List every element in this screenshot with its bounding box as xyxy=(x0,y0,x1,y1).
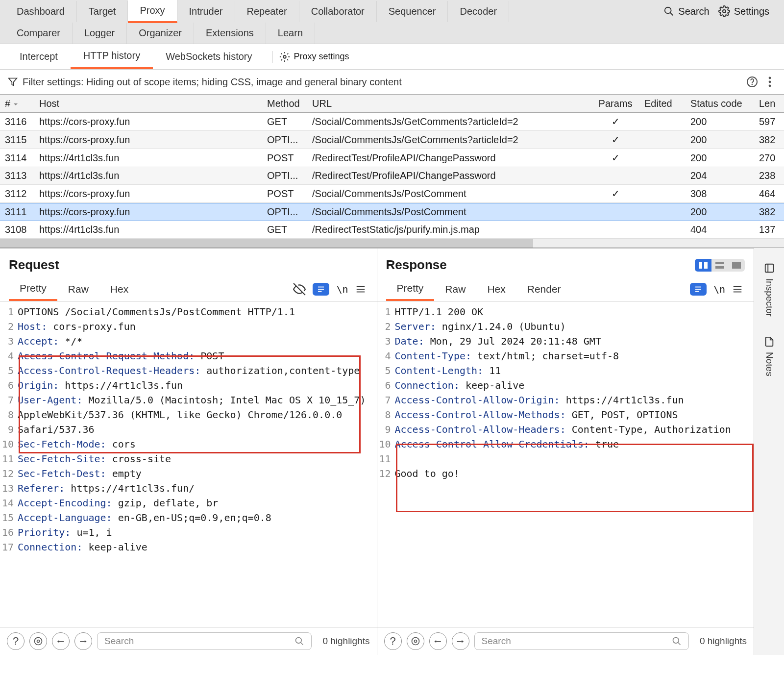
help-button[interactable]: ? xyxy=(384,632,402,650)
main-tab-target[interactable]: Target xyxy=(77,1,128,22)
editor-tab-render[interactable]: Render xyxy=(516,278,572,300)
search-label: Search xyxy=(678,6,709,17)
notes-rail[interactable]: Notes xyxy=(764,336,775,376)
svg-point-17 xyxy=(35,638,42,645)
svg-point-0 xyxy=(665,7,671,14)
gear-icon xyxy=(279,51,290,62)
layout-columns-icon[interactable] xyxy=(695,259,711,272)
main-tab-dashboard[interactable]: Dashboard xyxy=(5,1,77,22)
response-pane: Response PrettyRawHexRender \n 123456789… xyxy=(377,249,754,655)
main-tab-learn[interactable]: Learn xyxy=(266,23,315,44)
editor-tab-hex[interactable]: Hex xyxy=(476,278,516,300)
main-tab-repeater[interactable]: Repeater xyxy=(235,1,299,22)
response-editor[interactable]: 123456789101112 HTTP/1.1 200 OKServer: n… xyxy=(377,301,754,627)
horizontal-scrollbar[interactable] xyxy=(0,239,784,248)
response-footer: ? ← → Search 0 highlights xyxy=(377,627,754,655)
next-button[interactable]: → xyxy=(452,632,469,650)
svg-rect-20 xyxy=(699,262,702,269)
side-rail: Inspector Notes xyxy=(754,248,784,655)
main-tab-comparer[interactable]: Comparer xyxy=(5,23,73,44)
svg-point-33 xyxy=(673,638,679,644)
newline-toggle[interactable]: \n xyxy=(713,283,725,295)
svg-point-31 xyxy=(414,640,416,643)
response-title: Response xyxy=(386,257,447,273)
main-tab-extensions[interactable]: Extensions xyxy=(194,23,266,44)
main-tab-collaborator[interactable]: Collaborator xyxy=(299,1,377,22)
filter-icon xyxy=(8,77,18,87)
editor-tab-hex[interactable]: Hex xyxy=(99,278,139,300)
layout-toggle[interactable] xyxy=(695,259,745,272)
table-row[interactable]: 3108https://4rt1cl3s.funGET/RedirectTest… xyxy=(0,221,784,239)
svg-point-16 xyxy=(37,640,40,643)
sub-tab-intercept[interactable]: Intercept xyxy=(7,45,71,68)
inspector-rail[interactable]: Inspector xyxy=(764,263,775,317)
proxy-settings-label: Proxy settings xyxy=(294,51,349,62)
layout-rows-icon[interactable] xyxy=(711,259,728,272)
settings-button[interactable] xyxy=(29,632,47,650)
sub-tab-websockets-history[interactable]: WebSockets history xyxy=(153,45,265,68)
editor-tab-pretty[interactable]: Pretty xyxy=(386,277,435,301)
svg-point-7 xyxy=(769,77,771,79)
main-tab-organizer[interactable]: Organizer xyxy=(127,23,194,44)
editor-tab-raw[interactable]: Raw xyxy=(57,278,99,300)
svg-rect-21 xyxy=(704,262,708,269)
svg-point-8 xyxy=(769,81,771,83)
prev-button[interactable]: ← xyxy=(52,632,70,650)
main-tab-sequencer[interactable]: Sequencer xyxy=(377,1,448,22)
table-row[interactable]: 3112https://cors-proxy.funPOST/Social/Co… xyxy=(0,185,784,203)
main-tab-proxy[interactable]: Proxy xyxy=(128,0,177,23)
table-header[interactable]: # Host Method URL Params Edited Status c… xyxy=(0,95,784,113)
help-icon[interactable] xyxy=(746,75,759,88)
editor-tab-raw[interactable]: Raw xyxy=(434,278,476,300)
svg-rect-35 xyxy=(765,264,773,273)
request-title: Request xyxy=(9,257,59,273)
wrap-toggle[interactable] xyxy=(690,283,707,296)
hamburger-icon[interactable] xyxy=(732,284,743,295)
main-tab-intruder[interactable]: Intruder xyxy=(177,1,235,22)
layout-single-icon[interactable] xyxy=(728,259,745,272)
editor-tab-pretty[interactable]: Pretty xyxy=(9,277,57,301)
svg-line-1 xyxy=(670,13,673,16)
table-row[interactable]: 3115https://cors-proxy.funOPTI.../Social… xyxy=(0,131,784,149)
request-pane: Request PrettyRawHex \n 1234567891011121… xyxy=(0,249,377,655)
sub-tab-http-history[interactable]: HTTP history xyxy=(71,44,153,69)
sort-icon xyxy=(13,102,18,107)
hamburger-icon[interactable] xyxy=(355,284,366,295)
svg-point-3 xyxy=(283,55,286,58)
svg-rect-23 xyxy=(715,266,724,269)
svg-point-32 xyxy=(412,638,419,645)
svg-point-9 xyxy=(769,85,771,87)
sub-tab-bar: InterceptHTTP historyWebSockets history … xyxy=(0,44,784,70)
request-search-input[interactable]: Search xyxy=(97,632,312,650)
table-row[interactable]: 3111https://cors-proxy.funOPTI.../Social… xyxy=(0,203,784,221)
search-action[interactable]: Search xyxy=(663,6,709,17)
hide-icon[interactable] xyxy=(293,283,306,296)
search-icon xyxy=(663,6,674,17)
filter-bar[interactable]: Filter settings: Hiding out of scope ite… xyxy=(0,70,784,95)
wrap-toggle[interactable] xyxy=(313,283,329,296)
more-icon[interactable] xyxy=(763,75,776,88)
inspector-icon xyxy=(764,263,775,274)
settings-button[interactable] xyxy=(407,632,424,650)
search-icon xyxy=(294,636,304,646)
table-row[interactable]: 3113https://4rt1cl3s.funOPTI.../Redirect… xyxy=(0,167,784,185)
help-button[interactable]: ? xyxy=(7,632,24,650)
table-row[interactable]: 3116https://cors-proxy.funGET/Social/Com… xyxy=(0,113,784,131)
next-button[interactable]: → xyxy=(74,632,92,650)
svg-line-19 xyxy=(301,643,303,645)
main-tab-logger[interactable]: Logger xyxy=(73,23,127,44)
main-tab-decoder[interactable]: Decoder xyxy=(448,1,509,22)
table-row[interactable]: 3114https://4rt1cl3s.funPOST/RedirectTes… xyxy=(0,149,784,167)
main-tab-bar: DashboardTargetProxyIntruderRepeaterColl… xyxy=(0,0,784,44)
svg-point-6 xyxy=(752,84,753,85)
svg-rect-22 xyxy=(715,262,724,264)
prev-button[interactable]: ← xyxy=(429,632,447,650)
settings-label: Settings xyxy=(734,6,769,17)
request-editor[interactable]: 1234567891011121314151617 OPTIONS /Socia… xyxy=(0,301,377,627)
settings-action[interactable]: Settings xyxy=(718,5,769,17)
newline-toggle[interactable]: \n xyxy=(336,283,348,295)
request-highlight-count: 0 highlights xyxy=(322,636,369,647)
proxy-settings-link[interactable]: Proxy settings xyxy=(279,51,349,62)
request-footer: ? ← → Search 0 highlights xyxy=(0,627,377,655)
response-search-input[interactable]: Search xyxy=(474,632,689,650)
